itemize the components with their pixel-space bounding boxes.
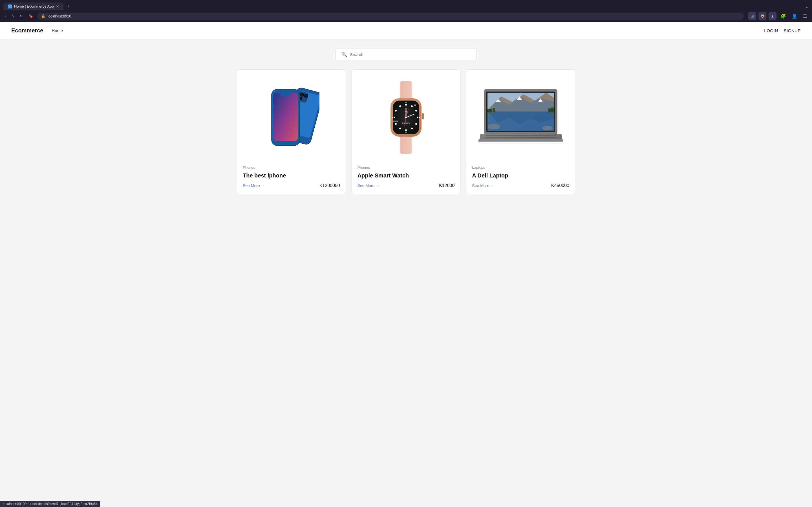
product-footer-laptop: See More → K450000 <box>472 183 569 188</box>
login-link[interactable]: LOGIN <box>764 28 778 33</box>
svg-rect-40 <box>422 113 424 119</box>
svg-rect-61 <box>486 137 556 138</box>
product-name-watch: Apple Smart Watch <box>357 172 455 179</box>
brand-logo[interactable]: Ecommerce <box>11 27 43 34</box>
svg-text:61°: 61° <box>414 104 417 106</box>
product-footer-watch: See More → K12000 <box>357 183 455 188</box>
url-display: localhost:8910 <box>48 14 740 18</box>
search-bar[interactable]: 🔍 <box>336 48 476 61</box>
svg-point-30 <box>399 105 401 107</box>
svg-rect-10 <box>281 92 291 96</box>
search-container: 🔍 <box>11 48 801 61</box>
back-button[interactable]: ‹ <box>3 12 8 20</box>
brave-shield-icon[interactable]: 🦁 <box>758 12 766 20</box>
svg-point-57 <box>543 126 553 130</box>
extensions-icon[interactable]: 🧩 <box>779 12 788 20</box>
svg-point-24 <box>411 128 413 129</box>
extensions-grid-icon[interactable]: ⊞ <box>748 12 756 20</box>
svg-point-23 <box>415 123 417 125</box>
svg-point-29 <box>395 110 397 112</box>
svg-point-19 <box>405 104 407 106</box>
brave-rewards-icon[interactable]: ▲ <box>769 12 776 20</box>
svg-point-15 <box>405 102 407 103</box>
profile-icon[interactable]: 👤 <box>790 12 799 20</box>
address-bar[interactable]: 🔒 localhost:8910 <box>37 13 744 20</box>
svg-rect-11 <box>400 81 412 101</box>
svg-point-28 <box>394 117 395 118</box>
product-card-iphone: Phones The best iphone See More → K12000… <box>237 69 346 194</box>
svg-rect-52 <box>488 109 492 112</box>
status-url: localhost:8910/product-details?id=cl7ejk… <box>3 502 98 506</box>
nav-links: Home <box>52 28 63 33</box>
product-category-watch: Phones <box>357 165 455 170</box>
see-more-laptop[interactable]: See More → <box>472 183 494 188</box>
svg-rect-64 <box>478 141 563 142</box>
svg-rect-60 <box>486 135 556 136</box>
browser-toolbar: ‹ › ↻ 🔖 🔒 localhost:8910 ⊞ 🦁 ▲ 🧩 👤 ☰ <box>0 10 812 22</box>
product-price-laptop: K450000 <box>551 183 569 188</box>
product-price-iphone: K1200000 <box>319 183 340 188</box>
tab-title: Home | Ecommerce App <box>14 4 54 8</box>
see-more-watch[interactable]: See More → <box>357 183 380 188</box>
svg-text:3.6: 3.6 <box>405 111 407 113</box>
status-bar: localhost:8910/product-details?id=cl7ejk… <box>0 501 100 507</box>
svg-rect-9 <box>273 93 298 141</box>
main-content: 🔍 <box>0 40 812 507</box>
lock-icon: 🔒 <box>41 14 45 18</box>
svg-rect-12 <box>400 134 412 154</box>
menu-icon[interactable]: ☰ <box>801 12 809 20</box>
product-category-laptop: Laptops <box>472 165 569 170</box>
product-grid: Phones The best iphone See More → K12000… <box>237 69 575 194</box>
product-price-watch: K12000 <box>439 183 455 188</box>
search-input[interactable] <box>350 52 470 57</box>
svg-point-18 <box>392 117 393 118</box>
product-footer-iphone: See More → K1200000 <box>243 183 340 188</box>
product-name-laptop: A Dell Laptop <box>472 172 569 179</box>
see-more-iphone[interactable]: See More → <box>243 183 265 188</box>
reload-button[interactable]: ↻ <box>18 13 24 19</box>
tab-bar: Home | Ecommerce App ✕ + ⌄ <box>0 0 812 10</box>
iphone-image <box>263 81 319 154</box>
svg-point-35 <box>405 117 407 118</box>
tab-favicon <box>8 4 12 8</box>
svg-point-20 <box>411 105 413 107</box>
nav-auth: LOGIN SIGNUP <box>764 28 801 33</box>
new-tab-button[interactable]: + <box>64 2 72 10</box>
forward-button[interactable]: › <box>10 12 15 20</box>
product-image-watch: 3.6 61° COOL GUA LIPA <box>357 75 455 160</box>
svg-point-16 <box>405 132 407 133</box>
svg-text:GUA LIPA: GUA LIPA <box>402 122 410 124</box>
svg-text:COOL: COOL <box>393 120 398 122</box>
svg-rect-53 <box>493 108 495 112</box>
svg-point-17 <box>419 117 420 118</box>
svg-point-22 <box>417 117 418 118</box>
product-name-iphone: The best iphone <box>243 172 340 179</box>
product-image-iphone <box>243 75 340 160</box>
svg-point-26 <box>399 128 401 129</box>
svg-rect-55 <box>551 108 554 112</box>
tab-dropdown-button[interactable]: ⌄ <box>805 4 809 9</box>
navbar: Ecommerce Home LOGIN SIGNUP <box>0 22 812 40</box>
svg-point-27 <box>395 123 397 125</box>
svg-point-25 <box>405 129 407 131</box>
product-card-watch: 3.6 61° COOL GUA LIPA Phones Apple Smart… <box>352 69 461 194</box>
svg-point-21 <box>415 110 417 112</box>
svg-point-58 <box>520 91 522 93</box>
browser-action-buttons: ⊞ 🦁 ▲ <box>746 12 776 20</box>
bookmark-button[interactable]: 🔖 <box>27 13 35 19</box>
browser-chrome: Home | Ecommerce App ✕ + ⌄ ‹ › ↻ 🔖 🔒 loc… <box>0 0 812 22</box>
svg-point-56 <box>488 124 500 129</box>
svg-rect-62 <box>511 134 530 134</box>
watch-image: 3.6 61° COOL GUA LIPA <box>378 78 434 157</box>
product-image-laptop <box>472 75 569 160</box>
browser-tab-active[interactable]: Home | Ecommerce App ✕ <box>3 3 63 10</box>
nav-link-home[interactable]: Home <box>52 28 63 33</box>
search-icon: 🔍 <box>342 52 347 57</box>
product-card-laptop: Laptops A Dell Laptop See More → K450000 <box>466 69 575 194</box>
product-category-iphone: Phones <box>243 165 340 170</box>
page-content: Ecommerce Home LOGIN SIGNUP 🔍 <box>0 22 812 507</box>
tab-close-button[interactable]: ✕ <box>56 4 59 8</box>
signup-link[interactable]: SIGNUP <box>783 28 801 33</box>
laptop-image <box>478 87 563 149</box>
